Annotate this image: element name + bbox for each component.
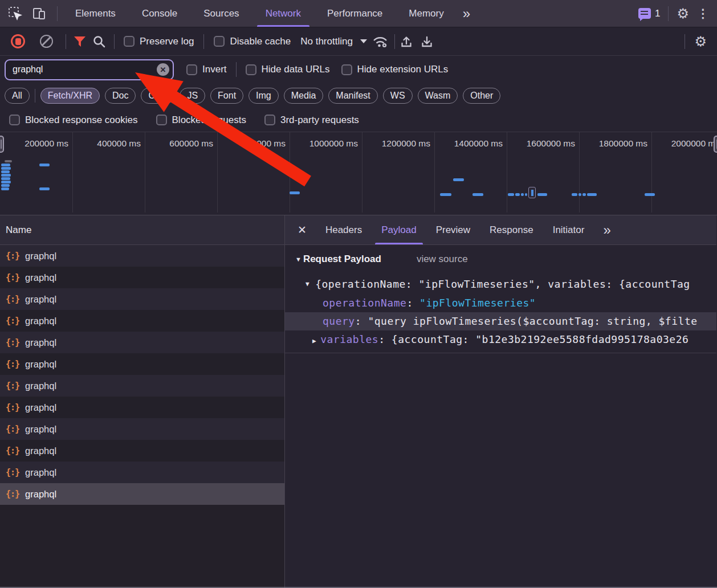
more-options-icon[interactable]: ⋮ (697, 7, 709, 19)
details-tab-response[interactable]: Response (480, 215, 543, 244)
close-details-button[interactable]: ✕ (285, 223, 316, 236)
view-source-link[interactable]: view source (417, 254, 468, 265)
clear-network-log-button[interactable] (40, 35, 53, 48)
invert-checkbox[interactable]: Invert (186, 64, 227, 75)
payload-value: {accountTag: "b12e3b2192ee5588fdad995178… (392, 333, 689, 345)
expand-triangle-icon[interactable]: ▶ (312, 337, 316, 345)
checkbox-icon[interactable] (156, 115, 167, 125)
throttling-select[interactable]: No throttling (300, 36, 367, 47)
payload-value: "query ipFlowTimeseries($accountTag: str… (368, 315, 697, 327)
filter-pill-manifest[interactable]: Manifest (328, 88, 377, 104)
checkbox-icon[interactable] (214, 36, 225, 47)
details-tab-strip: HeadersPayloadPreviewResponseInitiator (316, 215, 594, 244)
payload-preview-line[interactable]: ▼ {operationName: "ipFlowTimeseries", va… (285, 273, 716, 294)
filter-pill-js[interactable]: JS (180, 88, 205, 104)
filter-input[interactable] (6, 60, 173, 79)
blocked-response-cookies-checkbox[interactable]: Blocked response cookies (9, 115, 138, 126)
preserve-log-checkbox[interactable]: Preserve log (124, 36, 194, 47)
hide-data-urls-checkbox[interactable]: Hide data URLs (246, 64, 330, 75)
details-tab-headers[interactable]: Headers (316, 215, 372, 244)
overview-tick-label: 1200000 ms (382, 138, 430, 149)
3rd-party-requests-checkbox[interactable]: 3rd-party requests (264, 115, 359, 126)
request-row[interactable]: {:}graphql (0, 288, 284, 310)
filter-pill-wasm[interactable]: Wasm (418, 88, 458, 104)
filter-pill-other[interactable]: Other (463, 88, 500, 104)
tab-sources[interactable]: Sources (190, 0, 252, 27)
more-tabs-icon[interactable]: » (457, 6, 474, 22)
issues-button[interactable]: 1 (638, 8, 660, 19)
request-row[interactable]: {:}graphql (0, 332, 284, 353)
disable-cache-checkbox[interactable]: Disable cache (214, 36, 291, 47)
checkbox-icon[interactable] (246, 64, 256, 75)
waterfall-bar (587, 193, 597, 196)
request-row[interactable]: {:}graphql (0, 397, 284, 418)
wifi-gear-icon (372, 34, 389, 49)
toolbar-divider (114, 34, 115, 49)
blocked-requests-checkbox[interactable]: Blocked requests (156, 115, 246, 126)
waterfall-bar (572, 193, 577, 196)
filter-pill-css[interactable]: CSS (141, 88, 174, 104)
overview-tick-label: 800000 ms (242, 138, 286, 149)
hide-extension-urls-checkbox[interactable]: Hide extension URLs (341, 64, 449, 75)
request-row[interactable]: {:}graphql (0, 245, 284, 267)
request-row[interactable]: {:}graphql (0, 353, 284, 375)
request-row[interactable]: {:}graphql (0, 483, 284, 505)
details-tab-preview[interactable]: Preview (426, 215, 480, 244)
collapse-triangle-icon[interactable]: ▼ (305, 280, 309, 288)
record-button[interactable] (11, 34, 25, 48)
filter-pill-ws[interactable]: WS (383, 88, 413, 104)
request-row[interactable]: {:}graphql (0, 310, 284, 332)
name-column-header[interactable]: Name (0, 215, 284, 245)
search-button[interactable] (92, 35, 106, 48)
filter-pill-font[interactable]: Font (210, 88, 243, 104)
request-row[interactable]: {:}graphql (0, 267, 284, 288)
toolbar-divider (236, 62, 237, 77)
details-more-tabs-icon[interactable]: » (597, 222, 614, 238)
filter-pill-fetch-xhr[interactable]: Fetch/XHR (40, 88, 100, 104)
filter-pill-img[interactable]: Img (248, 88, 279, 104)
overview-tick-label: 1800000 ms (599, 138, 647, 149)
waterfall-bar (5, 160, 12, 162)
invert-label: Invert (202, 64, 227, 75)
tab-network[interactable]: Network (252, 0, 314, 27)
filter-pill-media[interactable]: Media (284, 88, 324, 104)
collapse-triangle-icon[interactable]: ▼ (295, 256, 302, 263)
settings-gear-icon[interactable]: ⚙ (677, 7, 689, 21)
tab-console[interactable]: Console (129, 0, 190, 27)
request-name: graphql (25, 424, 56, 435)
overview-left-grip[interactable] (0, 136, 4, 153)
overview-right-grip[interactable] (714, 136, 717, 153)
network-conditions-button[interactable] (372, 34, 389, 49)
payload-row-variables[interactable]: ▶variables: {accountTag: "b12e3b2192ee55… (285, 330, 716, 349)
request-row[interactable]: {:}graphql (0, 462, 284, 483)
request-row[interactable]: {:}graphql (0, 418, 284, 440)
details-tab-payload[interactable]: Payload (372, 215, 426, 244)
checkbox-icon[interactable] (341, 64, 352, 75)
tab-performance[interactable]: Performance (314, 0, 396, 27)
checkbox-icon[interactable] (9, 115, 20, 125)
clear-filter-button[interactable]: ✕ (157, 63, 169, 76)
export-har-button[interactable] (420, 35, 434, 48)
network-settings-gear-icon[interactable]: ⚙ (694, 35, 707, 48)
network-filter-row: ✕ Invert Hide data URLs Hide extension U… (0, 56, 717, 83)
filter-pill-all[interactable]: All (5, 88, 30, 104)
overview-tick-label: 1000000 ms (309, 138, 358, 149)
import-har-button[interactable] (400, 35, 413, 48)
checkbox-icon[interactable] (124, 36, 135, 47)
tab-memory[interactable]: Memory (396, 0, 457, 27)
inspect-element-button[interactable] (6, 4, 25, 23)
payload-row-query[interactable]: query: "query ipFlowTimeseries($accountT… (285, 312, 716, 330)
checkbox-icon[interactable] (264, 115, 275, 125)
network-overview[interactable]: 200000 ms400000 ms600000 ms800000 ms1000… (0, 132, 717, 215)
tab-elements[interactable]: Elements (62, 0, 129, 27)
request-row[interactable]: {:}graphql (0, 375, 284, 397)
details-tab-initiator[interactable]: Initiator (543, 215, 594, 244)
checkbox-icon[interactable] (186, 64, 197, 75)
request-row[interactable]: {:}graphql (0, 440, 284, 462)
requests-list: {:}graphql{:}graphql{:}graphql{:}graphql… (0, 245, 284, 505)
filter-pill-doc[interactable]: Doc (105, 88, 136, 104)
chevron-down-icon (360, 39, 367, 43)
device-toolbar-button[interactable] (30, 4, 49, 23)
payload-row-operationname[interactable]: operationName: "ipFlowTimeseries" (285, 294, 716, 312)
filter-toggle-button[interactable] (73, 35, 87, 48)
